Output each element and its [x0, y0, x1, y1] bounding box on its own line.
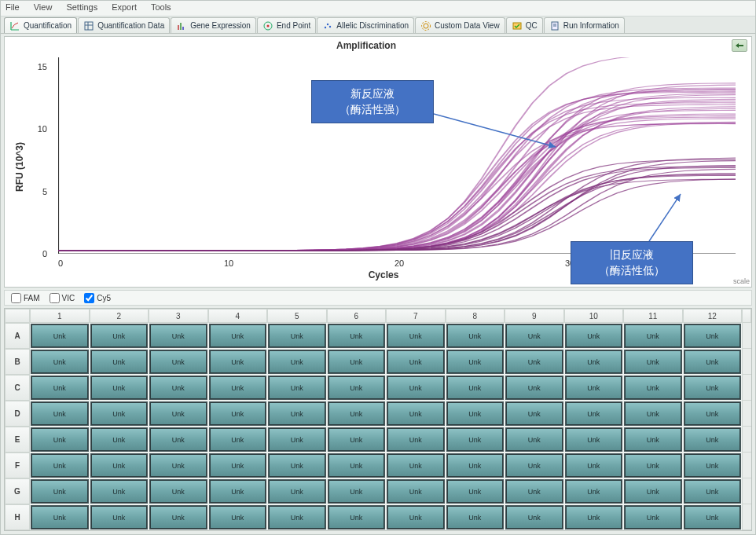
col-header-9[interactable]: 9	[505, 309, 564, 323]
well-H12[interactable]: Unk	[684, 505, 742, 530]
well-H3[interactable]: Unk	[149, 505, 207, 530]
scrollbar-vertical[interactable]	[742, 427, 751, 453]
menu-view[interactable]: View	[34, 2, 53, 14]
well-D1[interactable]: Unk	[31, 401, 89, 426]
well-D5[interactable]: Unk	[268, 401, 326, 426]
well-F1[interactable]: Unk	[31, 453, 89, 478]
well-G12[interactable]: Unk	[684, 479, 742, 504]
well-G4[interactable]: Unk	[209, 479, 267, 504]
well-A11[interactable]: Unk	[624, 324, 682, 348]
well-E5[interactable]: Unk	[268, 427, 326, 452]
well-F8[interactable]: Unk	[446, 453, 505, 478]
well-D12[interactable]: Unk	[684, 401, 742, 426]
well-H1[interactable]: Unk	[31, 505, 89, 530]
well-A5[interactable]: Unk	[268, 324, 326, 348]
row-header-B[interactable]: B	[5, 349, 30, 375]
scrollbar-vertical[interactable]	[742, 504, 751, 530]
row-header-F[interactable]: F	[5, 453, 30, 478]
well-C9[interactable]: Unk	[505, 376, 563, 400]
fluor-cy5-checkbox[interactable]	[84, 293, 94, 303]
well-G2[interactable]: Unk	[90, 479, 149, 504]
col-header-8[interactable]: 8	[446, 309, 505, 323]
well-F12[interactable]: Unk	[684, 453, 742, 478]
well-C10[interactable]: Unk	[565, 376, 623, 400]
maximize-button[interactable]	[732, 39, 747, 52]
col-header-10[interactable]: 10	[564, 309, 624, 323]
well-C4[interactable]: Unk	[209, 376, 267, 400]
well-E9[interactable]: Unk	[505, 427, 563, 452]
well-F5[interactable]: Unk	[268, 453, 326, 478]
scrollbar-vertical[interactable]	[742, 323, 751, 349]
scrollbar-vertical[interactable]	[742, 453, 751, 478]
col-header-12[interactable]: 12	[683, 309, 743, 323]
well-H5[interactable]: Unk	[268, 505, 326, 530]
well-C5[interactable]: Unk	[268, 376, 326, 400]
well-E8[interactable]: Unk	[446, 427, 505, 452]
well-G1[interactable]: Unk	[31, 479, 89, 504]
well-D11[interactable]: Unk	[624, 401, 682, 426]
well-B2[interactable]: Unk	[90, 350, 149, 374]
well-A2[interactable]: Unk	[90, 324, 149, 348]
well-A9[interactable]: Unk	[505, 324, 563, 348]
row-header-D[interactable]: D	[5, 401, 30, 427]
col-header-11[interactable]: 11	[623, 309, 683, 323]
well-E3[interactable]: Unk	[149, 427, 207, 452]
well-F3[interactable]: Unk	[149, 453, 207, 478]
well-C3[interactable]: Unk	[149, 376, 207, 400]
scrollbar-vertical[interactable]	[742, 401, 751, 427]
well-D8[interactable]: Unk	[446, 401, 505, 426]
well-F6[interactable]: Unk	[328, 453, 386, 478]
well-E7[interactable]: Unk	[387, 427, 445, 452]
col-header-3[interactable]: 3	[149, 309, 208, 323]
row-header-A[interactable]: A	[5, 323, 30, 349]
well-B7[interactable]: Unk	[387, 350, 445, 374]
col-header-1[interactable]: 1	[30, 309, 90, 323]
well-C12[interactable]: Unk	[684, 376, 742, 400]
well-E12[interactable]: Unk	[684, 427, 742, 452]
well-E10[interactable]: Unk	[565, 427, 623, 452]
well-C6[interactable]: Unk	[328, 376, 386, 400]
well-D10[interactable]: Unk	[565, 401, 623, 426]
well-E6[interactable]: Unk	[328, 427, 386, 452]
well-B3[interactable]: Unk	[149, 350, 207, 374]
col-header-6[interactable]: 6	[327, 309, 387, 323]
well-F11[interactable]: Unk	[624, 453, 682, 478]
fluor-fam-checkbox[interactable]	[11, 293, 21, 303]
fluor-vic-checkbox[interactable]	[50, 293, 60, 303]
well-H8[interactable]: Unk	[446, 505, 505, 530]
fluor-cy5[interactable]: Cy5	[84, 293, 111, 303]
menu-export[interactable]: Export	[112, 2, 137, 14]
well-G5[interactable]: Unk	[268, 479, 326, 504]
well-G3[interactable]: Unk	[149, 479, 207, 504]
well-A4[interactable]: Unk	[209, 324, 267, 348]
well-A7[interactable]: Unk	[387, 324, 445, 348]
tab-custom-data-view[interactable]: Custom Data View	[415, 17, 505, 33]
row-header-G[interactable]: G	[5, 478, 30, 504]
well-B11[interactable]: Unk	[624, 350, 682, 374]
well-H4[interactable]: Unk	[209, 505, 267, 530]
scrollbar-vertical[interactable]	[742, 375, 751, 401]
well-B1[interactable]: Unk	[31, 350, 89, 374]
well-H9[interactable]: Unk	[505, 505, 563, 530]
well-B6[interactable]: Unk	[328, 350, 386, 374]
well-C11[interactable]: Unk	[624, 376, 682, 400]
well-D7[interactable]: Unk	[387, 401, 445, 426]
well-G8[interactable]: Unk	[446, 479, 505, 504]
scrollbar-vertical[interactable]	[742, 478, 751, 504]
well-C8[interactable]: Unk	[446, 376, 505, 400]
well-D6[interactable]: Unk	[328, 401, 386, 426]
well-F4[interactable]: Unk	[209, 453, 267, 478]
col-header-4[interactable]: 4	[208, 309, 268, 323]
tab-end-point[interactable]: End Point	[257, 17, 316, 33]
menu-settings[interactable]: Settings	[66, 2, 97, 14]
well-H10[interactable]: Unk	[565, 505, 623, 530]
fluor-vic[interactable]: VIC	[50, 293, 75, 303]
menu-file[interactable]: File	[6, 2, 20, 14]
well-C7[interactable]: Unk	[387, 376, 445, 400]
well-B4[interactable]: Unk	[209, 350, 267, 374]
col-header-7[interactable]: 7	[386, 309, 446, 323]
tab-qc[interactable]: QC	[506, 17, 543, 33]
well-B12[interactable]: Unk	[684, 350, 742, 374]
well-D9[interactable]: Unk	[505, 401, 563, 426]
well-C1[interactable]: Unk	[31, 376, 89, 400]
